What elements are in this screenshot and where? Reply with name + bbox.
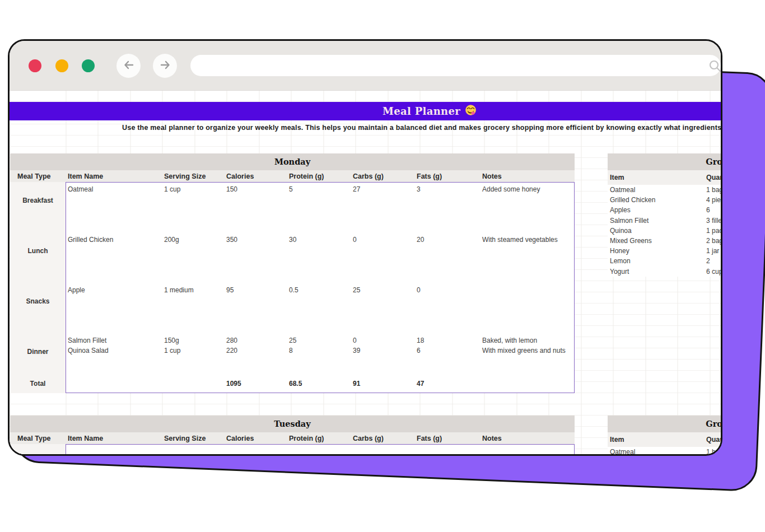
meal-table-header-row: Meal TypeItem NameServing SizeCaloriesPr… [10,432,575,444]
meal-item-row: Salmon Fillet150g28025018Baked, with lem… [66,335,575,346]
cell-carbs[interactable]: 25 [351,286,414,294]
cell-calories[interactable]: 95 [224,286,287,294]
grocery-cell[interactable]: 6 cups [704,268,722,276]
forward-button[interactable] [153,54,177,78]
cell-protein[interactable]: 8 [287,347,351,354]
zoom-traffic-light[interactable] [82,59,95,72]
column-header: Notes [480,172,575,180]
minimize-traffic-light[interactable] [55,59,68,72]
grocery-column-header: Item [608,436,704,444]
meal-items: Grilled Chicken200g35030020With steamed … [66,232,575,283]
cell-calories[interactable]: 220 [224,347,287,354]
meal-items: Salmon Fillet150g28025018Baked, with lem… [66,333,575,374]
meal-type-cell[interactable] [10,444,66,456]
grocery-cell[interactable]: 6 [704,206,722,214]
total-values: 109568.59147 [66,374,575,393]
meal-type-cell[interactable]: Dinner [10,333,66,374]
back-button[interactable] [116,54,141,78]
meal-type-cell[interactable]: Lunch [10,232,66,283]
cell-fats[interactable]: 6 [414,347,480,354]
cell-serving[interactable]: 1 medium [162,286,224,294]
grocery-cell[interactable]: Honey [608,247,704,255]
cell-serving[interactable]: 200g [162,236,224,244]
column-header: Fats (g) [414,172,480,180]
grocery-cell[interactable]: 1 bag [704,186,722,194]
grocery-item-row: Grilled Chicken4 pieces [608,195,722,205]
cell-carbs[interactable]: 0 [351,337,414,344]
grocery-cell[interactable]: 1 jar [704,247,722,255]
cell-name[interactable]: Oatmeal [66,185,162,193]
cell-carbs[interactable]: 27 [351,185,414,193]
grocery-cell[interactable]: Salmon Fillet [608,217,704,225]
grocery-cell[interactable]: 4 pieces [704,196,722,204]
page-background: Meal Planner Use the meal planner to org… [0,0,765,532]
cell-serving[interactable]: 1 cup [162,185,224,193]
cell-serving[interactable]: 1 cup [162,347,224,354]
cell-name[interactable]: Quinoa Salad [66,347,162,354]
cell-protein[interactable]: 5 [287,185,351,193]
grocery-cell[interactable]: Apples [608,206,704,214]
grocery-cell[interactable]: Mixed Greens [608,237,704,245]
grocery-list: Grocery ListItemQuantityOatmeal1 bagGril… [608,153,722,277]
grocery-item-row: Honey1 jar [608,246,722,256]
cell-calories[interactable]: 350 [224,236,287,244]
page-title: Meal Planner [382,105,460,117]
grocery-cell[interactable]: 2 bags [704,237,722,245]
column-header: Notes [480,435,575,442]
browser-chrome [10,41,721,91]
cell-calories[interactable]: 280 [224,337,287,344]
grocery-cell[interactable]: Quinoa [608,227,704,235]
total-cell[interactable]: 47 [414,380,480,388]
description-text: Use the meal planner to organize your we… [122,124,722,132]
grocery-cell[interactable]: 3 fillets [704,217,722,225]
grocery-cell[interactable]: 1 pack [704,227,722,235]
cell-protein[interactable]: 25 [287,337,351,344]
search-icon[interactable] [708,59,722,75]
meal-type-cell[interactable]: Snacks [10,283,66,333]
cell-fats[interactable]: 3 [414,185,480,193]
grocery-column-header: Quantity [704,174,722,181]
cell-protein[interactable]: 30 [287,236,351,244]
url-bar[interactable] [190,55,721,76]
grocery-cell[interactable]: Lemon [608,257,704,265]
cell-notes[interactable]: Baked, with lemon [480,337,575,344]
cell-name[interactable]: Salmon Fillet [66,337,162,344]
cell-notes[interactable]: With steamed vegetables [480,236,575,244]
meal-table-body [10,444,575,456]
total-cell[interactable]: 1095 [224,380,287,388]
cell-carbs[interactable]: 39 [351,347,414,354]
total-cell[interactable]: 68.5 [287,380,351,388]
cell-notes[interactable]: Added some honey [480,185,575,193]
cell-carbs[interactable]: 0 [351,236,414,244]
grocery-header-row: ItemQuantity [608,170,722,185]
cell-protein[interactable]: 0.5 [287,286,351,294]
arrow-right-icon [158,58,172,74]
total-cell[interactable]: 91 [351,380,414,388]
meal-table: MondayMeal TypeItem NameServing SizeCalo… [10,153,575,393]
title-banner: Meal Planner [10,102,722,120]
close-traffic-light[interactable] [29,59,41,72]
column-header: Meal Type [10,435,66,442]
cell-serving[interactable]: 150g [162,337,224,344]
grocery-column-header: Item [608,174,704,181]
cell-fats[interactable]: 18 [414,337,480,344]
meal-type-cell[interactable]: Breakfast [10,182,66,232]
grocery-cell[interactable]: Grilled Chicken [608,196,704,204]
grocery-cell[interactable]: 2 [704,257,722,265]
total-row: Total109568.59147 [10,374,575,393]
grocery-cell[interactable]: Oatmeal [608,448,704,456]
meal-table-header-row: Meal TypeItem NameServing SizeCaloriesPr… [10,170,575,182]
cell-fats[interactable]: 0 [414,286,480,294]
grocery-cell[interactable]: Yogurt [608,268,704,276]
cell-name[interactable]: Grilled Chicken [66,236,162,244]
cell-fats[interactable]: 20 [414,236,480,244]
grocery-title: Grocery List [608,153,722,170]
arrow-left-icon [122,58,136,74]
meal-item-row: Quinoa Salad1 cup2208396With mixed green… [66,346,575,356]
grocery-cell[interactable]: Oatmeal [608,186,704,194]
cell-name[interactable]: Apple [66,286,162,294]
grocery-list: Grocery ListItemQuantityOatmeal1 bag [608,416,722,456]
column-header: Item Name [66,172,162,180]
cell-notes[interactable]: With mixed greens and nuts [480,347,575,354]
cell-calories[interactable]: 150 [224,185,287,193]
